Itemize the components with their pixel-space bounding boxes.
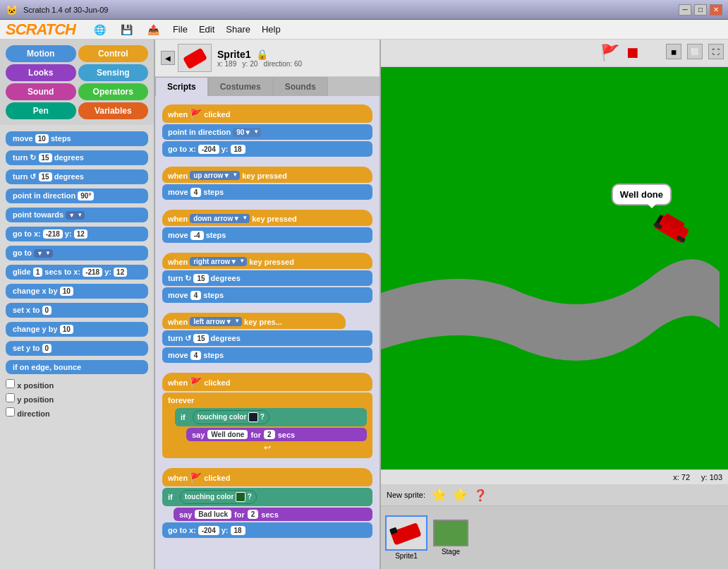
close-button[interactable]: ✕ — [710, 4, 722, 16]
when-right-arrow-hat[interactable]: when right arrow▼ key pressed — [162, 253, 372, 269]
turn-left-script[interactable]: turn ↺ 15 degrees — [162, 330, 372, 346]
change-y-block[interactable]: change y by 10 — [6, 322, 148, 337]
x-position-checkbox[interactable] — [6, 379, 15, 388]
change-x-block[interactable]: change x by 10 — [6, 284, 148, 299]
turn-right-script[interactable]: turn ↻ 15 degrees — [162, 270, 372, 286]
speech-bubble: Well done — [612, 184, 672, 205]
tab-sounds[interactable]: Sounds — [273, 77, 328, 96]
sprite-tray-header: New sprite: ⭐ ⭐ ❓ — [381, 484, 728, 506]
point-towards-block[interactable]: point towards ▼ — [6, 208, 148, 222]
motion-category[interactable]: Motion — [6, 45, 76, 62]
operators-category[interactable]: Operators — [78, 83, 149, 100]
bounce-block[interactable]: if on edge, bounce — [6, 360, 148, 374]
sprite-tray-content: Sprite1 Stage — [381, 506, 728, 569]
say-well-done[interactable]: say Well done for 2 secs — [186, 428, 367, 441]
glide-block[interactable]: glide 1 secs to x: -218 y: 12 — [6, 265, 148, 280]
move-block[interactable]: move 10 steps — [6, 131, 148, 146]
script-block-5: when left arrow▼ key pres... turn ↺ 15 d… — [162, 313, 372, 363]
maximize-button[interactable]: □ — [694, 4, 707, 16]
app-logo: SCRATCH — [6, 20, 75, 39]
if-touching-color-2[interactable]: if touching color ? — [162, 488, 372, 506]
move-4-script-2[interactable]: move 4 steps — [162, 287, 372, 303]
turn-right-block[interactable]: turn ↻ 15 degrees — [6, 150, 148, 165]
scripts-area[interactable]: when 🚩 clicked point in direction 90▼ go… — [155, 96, 380, 569]
sensing-category[interactable]: Sensing — [78, 64, 149, 81]
variables-category[interactable]: Variables — [78, 102, 149, 119]
script-block-7: when 🚩 clicked if touching color ? say B… — [162, 468, 372, 538]
control-category[interactable]: Control — [78, 45, 149, 62]
move-neg4-script[interactable]: move -4 steps — [162, 227, 372, 243]
collapse-button[interactable]: ◀ — [161, 51, 175, 65]
export-icon[interactable]: 📤 — [146, 22, 162, 37]
y-position-checkbox[interactable] — [6, 393, 15, 402]
stage-label: Stage — [442, 548, 460, 556]
if-touching-color[interactable]: if touching color ? — [175, 408, 367, 426]
new-sprite-surprise-button[interactable]: ❓ — [473, 489, 487, 502]
share-menu[interactable]: Share — [226, 24, 250, 35]
set-y-block[interactable]: set y to 0 — [6, 341, 148, 356]
help-menu[interactable]: Help — [262, 24, 281, 35]
sprite1-label: Sprite1 — [395, 552, 418, 560]
script-tabs: Scripts Costumes Sounds — [155, 77, 380, 96]
when-down-arrow-hat[interactable]: when down arrow▼ key pressed — [162, 210, 372, 226]
say-bad-luck[interactable]: say Bad luck for 2 secs — [174, 508, 372, 521]
small-stage-button[interactable]: ◼ — [666, 44, 681, 59]
new-sprite-from-file-button[interactable]: ⭐ — [452, 487, 468, 503]
move-4-script-3[interactable]: move 4 steps — [162, 347, 372, 363]
blocks-list: move 10 steps turn ↻ 15 degrees turn ↺ 1… — [0, 125, 154, 569]
sprite-info: x: 189 y: 20 direction: 60 — [217, 60, 302, 68]
forever-block[interactable]: forever if touching color ? say Well don… — [162, 393, 372, 458]
stage-controls: 🚩 ⏹ ◼ ⬜ ⛶ — [381, 40, 728, 67]
set-x-block[interactable]: set x to 0 — [6, 303, 148, 318]
sprite-name: Sprite1 — [217, 49, 250, 60]
when-clicked-hat-3[interactable]: when 🚩 clicked — [162, 468, 372, 486]
go-to-xy-script[interactable]: go to x: -204 y: 18 — [162, 141, 372, 157]
move-4-script[interactable]: move 4 steps — [162, 184, 372, 200]
checkbox-y-position[interactable]: y position — [6, 393, 148, 405]
when-up-arrow-hat[interactable]: when up arrow▼ key pressed — [162, 167, 372, 183]
goto-xy-block[interactable]: go to x: -218 y: 12 — [6, 227, 148, 241]
goto-start[interactable]: go to x: -204 y: 18 — [162, 522, 372, 538]
stage-item[interactable]: Stage — [433, 520, 468, 556]
stage-thumbnail — [433, 520, 468, 546]
when-left-arrow-hat[interactable]: when left arrow▼ key pres... — [162, 313, 346, 329]
tab-costumes[interactable]: Costumes — [208, 77, 273, 96]
sprite1-thumbnail — [385, 515, 427, 551]
scratch-icon: 🐱 — [6, 4, 18, 16]
stage-y-coord: y: 103 — [701, 473, 722, 481]
sprite1-item[interactable]: Sprite1 — [385, 515, 427, 560]
turn-left-block[interactable]: turn ↺ 15 degrees — [6, 169, 148, 184]
category-buttons: Motion Control Looks Sensing Sound Opera… — [0, 40, 154, 125]
sprite-preview-svg — [181, 47, 209, 69]
pen-category[interactable]: Pen — [6, 102, 76, 119]
script-block-3: when down arrow▼ key pressed move -4 ste… — [162, 210, 372, 243]
fullscreen-button[interactable]: ⛶ — [708, 44, 724, 59]
globe-icon[interactable]: 🌐 — [92, 22, 108, 37]
new-sprite-paint-button[interactable]: ⭐ — [431, 487, 447, 503]
edit-menu[interactable]: Edit — [199, 24, 214, 35]
normal-stage-button[interactable]: ⬜ — [687, 44, 703, 59]
tab-scripts[interactable]: Scripts — [155, 77, 208, 96]
script-block-2: when up arrow▼ key pressed move 4 steps — [162, 167, 372, 200]
minimize-button[interactable]: ─ — [679, 4, 691, 16]
looks-category[interactable]: Looks — [6, 64, 76, 81]
stop-button[interactable]: ⏹ — [625, 44, 641, 62]
when-clicked-hat-1[interactable]: when 🚩 clicked — [162, 104, 372, 123]
checkbox-x-position[interactable]: x position — [6, 379, 148, 390]
goto-block[interactable]: go to ▼ — [6, 246, 148, 260]
save-icon[interactable]: 💾 — [119, 22, 135, 37]
file-menu[interactable]: File — [173, 24, 188, 35]
point-direction-block[interactable]: point in direction 90° — [6, 188, 148, 203]
stage-canvas-area: Well done — [381, 67, 728, 469]
when-clicked-hat-2[interactable]: when 🚩 clicked — [162, 373, 372, 391]
point-direction-script[interactable]: point in direction 90▼ — [162, 124, 372, 140]
sound-category[interactable]: Sound — [6, 83, 76, 100]
menu-bar: SCRATCH 🌐 💾 📤 File Edit Share Help — [0, 20, 728, 40]
forever-body: if touching color ? say Well done for 2 … — [175, 408, 367, 441]
sprite1-preview — [389, 520, 424, 546]
script-block-6: when 🚩 clicked forever if touching color… — [162, 373, 372, 458]
lock-icon: 🔒 — [256, 49, 268, 60]
direction-checkbox[interactable] — [6, 407, 15, 417]
green-flag-button[interactable]: 🚩 — [600, 44, 619, 62]
checkbox-direction[interactable]: direction — [6, 407, 148, 419]
